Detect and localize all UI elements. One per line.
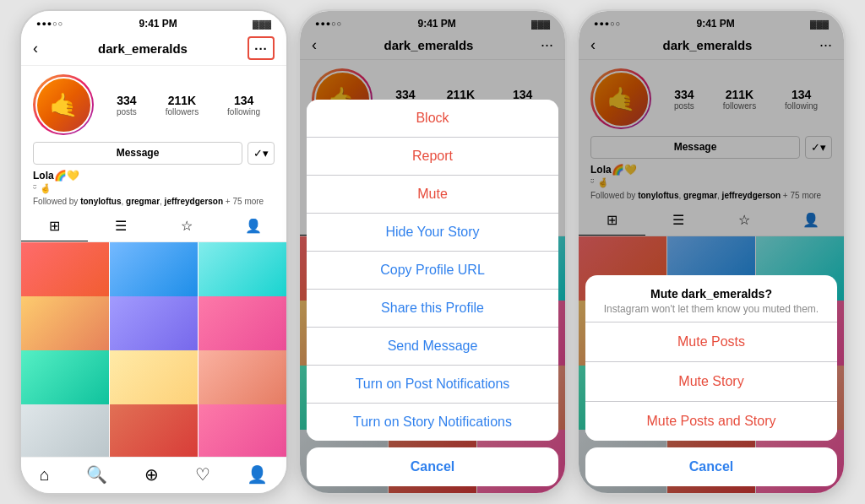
action-block[interactable]: Block — [307, 100, 558, 138]
photo-cell-12[interactable] — [199, 404, 286, 457]
photo-grid-1 — [21, 242, 286, 457]
status-bar-1: ●●●○○ 9:41 PM ▓▓▓ — [21, 11, 286, 33]
phone-2: ●●●○○ 9:41 PM ▓▓▓ ‹ dark_emeralds ··· 🤙 … — [298, 9, 567, 495]
profile-buttons-1: Message ✓▾ — [33, 142, 275, 165]
profile-icon-1[interactable]: 👤 — [247, 464, 268, 485]
mute-story-button[interactable]: Mute Story — [585, 362, 837, 402]
nav-bar-1: ‹ dark_emeralds ··· — [21, 33, 286, 66]
profile-section-1: 🤙 334 posts 211K followers 134 following — [21, 66, 286, 211]
more-button-1[interactable]: ··· — [248, 36, 275, 60]
action-send-message[interactable]: Send Message — [307, 328, 558, 366]
avatar-1: 🤙 — [35, 77, 92, 133]
mute-dialog: Mute dark_emeralds? Instagram won't let … — [585, 275, 837, 441]
tab-list-1[interactable]: ☰ — [88, 211, 155, 241]
profile-top-1: 🤙 334 posts 211K followers 134 following — [33, 74, 275, 135]
stat-followers-num-1: 211K — [166, 94, 199, 107]
add-icon-1[interactable]: ⊕ — [144, 464, 159, 485]
stat-posts-num-1: 334 — [117, 94, 137, 107]
bio-name-1: Lola🌈💛 — [33, 170, 275, 182]
profile-username-1: dark_emeralds — [38, 41, 248, 56]
action-cancel-button[interactable]: Cancel — [307, 447, 558, 486]
grid-tabs-1: ⊞ ☰ ☆ 👤 — [21, 211, 286, 242]
mute-header: Mute dark_emeralds? Instagram won't let … — [585, 275, 837, 322]
stat-posts-label-1: posts — [117, 107, 137, 117]
action-report[interactable]: Report — [307, 138, 558, 176]
stat-following-label-1: following — [227, 107, 260, 117]
action-story-notifications[interactable]: Turn on Story Notifications — [307, 404, 558, 441]
stats-1: 334 posts 211K followers 134 following — [102, 94, 275, 117]
action-post-notifications[interactable]: Turn on Post Notifications — [307, 366, 558, 404]
follow-button-1[interactable]: ✓▾ — [248, 142, 275, 165]
photo-cell-10[interactable] — [21, 404, 109, 457]
heart-icon-1[interactable]: ♡ — [195, 464, 210, 485]
mute-subtitle: Instagram won't let them know you muted … — [594, 303, 829, 315]
action-copy-url[interactable]: Copy Profile URL — [307, 252, 558, 290]
action-share-profile[interactable]: Share this Profile — [307, 290, 558, 328]
time-1: 9:41 PM — [139, 18, 177, 30]
mute-posts-button[interactable]: Mute Posts — [585, 322, 837, 362]
mute-cancel-button[interactable]: Cancel — [585, 447, 837, 486]
stat-followers-1: 211K followers — [166, 94, 199, 117]
battery-icon: ▓▓▓ — [253, 19, 271, 29]
home-icon-1[interactable]: ⌂ — [40, 465, 50, 485]
message-button-1[interactable]: Message — [33, 142, 242, 165]
tab-profile-1[interactable]: 👤 — [220, 211, 287, 241]
mute-title: Mute dark_emeralds? — [594, 287, 829, 301]
stat-following-1: 134 following — [227, 94, 260, 117]
bio-sub-1: ᵕ̈ 🤞 — [33, 183, 275, 194]
stat-posts-1: 334 posts — [117, 94, 137, 117]
phone-1: ●●●○○ 9:41 PM ▓▓▓ ‹ dark_emeralds ··· 🤙 … — [19, 9, 288, 495]
followed-by-1: Followed by tonyloftus, gregmar, jeffrey… — [33, 197, 275, 206]
phones-container: ●●●○○ 9:41 PM ▓▓▓ ‹ dark_emeralds ··· 🤙 … — [11, 1, 854, 503]
stat-followers-label-1: followers — [166, 107, 199, 117]
tab-tagged-1[interactable]: ☆ — [154, 211, 220, 241]
signal-dots: ●●●○○ — [36, 19, 63, 28]
action-mute[interactable]: Mute — [307, 176, 558, 214]
bottom-nav-1: ⌂ 🔍 ⊕ ♡ 👤 — [21, 457, 286, 493]
avatar-ring-1: 🤙 — [33, 74, 94, 135]
photo-cell-11[interactable] — [110, 404, 198, 457]
phone-3: ●●●○○ 9:41 PM ▓▓▓ ‹ dark_emeralds ··· 🤙 … — [577, 9, 846, 495]
mute-dialog-overlay[interactable]: Mute dark_emeralds? Instagram won't let … — [579, 11, 844, 493]
search-icon-1[interactable]: 🔍 — [86, 464, 107, 485]
action-sheet: Block Report Mute Hide Your Story Copy P… — [307, 100, 558, 441]
tab-grid-1[interactable]: ⊞ — [21, 211, 88, 241]
action-sheet-overlay[interactable]: Block Report Mute Hide Your Story Copy P… — [300, 11, 565, 493]
stat-following-num-1: 134 — [227, 94, 260, 107]
mute-posts-story-button[interactable]: Mute Posts and Story — [585, 402, 837, 441]
action-hide-story[interactable]: Hide Your Story — [307, 214, 558, 252]
